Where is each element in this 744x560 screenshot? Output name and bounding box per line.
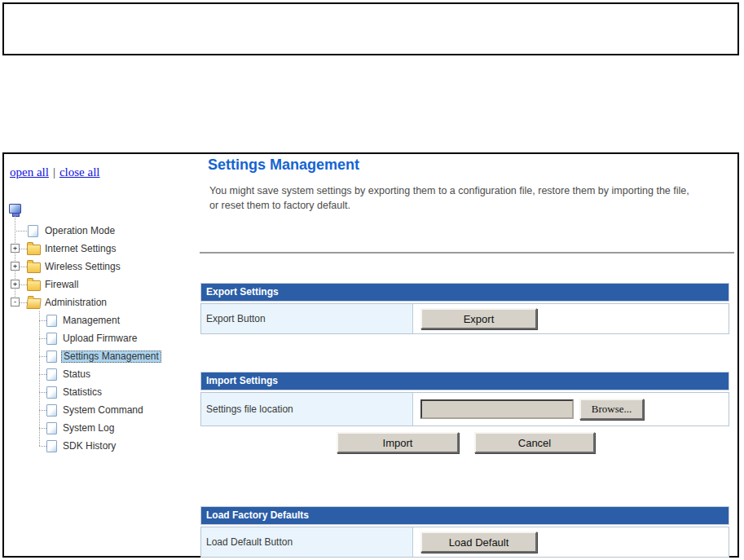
- open-all-link[interactable]: open all: [10, 165, 49, 179]
- navigation-tree: Operation Mode + Internet Settings + Wir…: [4, 204, 205, 465]
- export-settings-row: Export Button Export: [200, 303, 729, 334]
- page-icon: [28, 225, 38, 237]
- tree-item-internet-settings[interactable]: + Internet Settings: [4, 240, 205, 258]
- tree-item-label-selected: Settings Management: [61, 351, 161, 363]
- page-icon: [46, 368, 57, 381]
- load-defaults-row: Load Default Button Load Default: [200, 527, 729, 558]
- page-icon: [46, 351, 57, 363]
- tree-item-label: Firewall: [43, 279, 80, 291]
- tree-connector: [39, 410, 46, 411]
- tree-item-label: Management: [61, 315, 121, 327]
- page-icon: [46, 422, 57, 434]
- export-button[interactable]: Export: [420, 308, 537, 329]
- export-row-value: Export: [413, 304, 729, 333]
- tree-connector: [20, 284, 27, 285]
- page-icon: [46, 333, 57, 345]
- import-row-label: Settings file location: [201, 393, 413, 426]
- load-factory-defaults-header: Load Factory Defaults: [200, 506, 729, 525]
- tree-item-system-log[interactable]: System Log: [4, 419, 205, 437]
- tree-item-label: Operation Mode: [43, 225, 117, 237]
- tree-connector: [39, 356, 46, 357]
- page-icon: [46, 386, 57, 399]
- computer-stand: [12, 214, 20, 217]
- close-all-link[interactable]: close all: [59, 165, 100, 179]
- tree-connector: [15, 231, 27, 231]
- settings-file-input[interactable]: [420, 399, 574, 419]
- tree-item-label: Administration: [43, 297, 108, 309]
- tree-item-sdk-history[interactable]: SDK History: [4, 437, 205, 455]
- expand-icon[interactable]: +: [11, 262, 20, 271]
- tree-connector: [39, 392, 46, 393]
- import-row-value: Browse...: [413, 393, 729, 426]
- import-settings-header: Import Settings: [200, 372, 729, 390]
- import-actions: Import Cancel: [200, 432, 731, 453]
- page-icon: [46, 404, 57, 417]
- expand-icon[interactable]: +: [11, 244, 20, 253]
- tree-item-firewall[interactable]: + Firewall: [4, 276, 205, 293]
- folder-icon: [27, 262, 41, 273]
- load-default-button[interactable]: Load Default: [420, 531, 537, 553]
- tree-item-label: System Command: [61, 404, 145, 417]
- computer-icon: [9, 204, 22, 216]
- collapse-icon[interactable]: -: [11, 298, 20, 306]
- tree-item-system-command[interactable]: System Command: [4, 401, 205, 419]
- tree-item-label: Status: [61, 368, 92, 381]
- tree-item-statistics[interactable]: Statistics: [4, 383, 205, 401]
- link-separator: |: [53, 165, 55, 179]
- tree-item-label: Upload Firmware: [61, 333, 139, 345]
- tree-item-label: System Log: [61, 422, 116, 434]
- load-factory-defaults-section: Load Factory Defaults Load Default Butto…: [200, 506, 729, 558]
- tree-connector: [39, 428, 46, 429]
- tree-item-label: Statistics: [61, 386, 103, 399]
- tree-connector: [20, 267, 27, 267]
- export-settings-section: Export Settings Export Button Export: [200, 283, 729, 334]
- load-default-row-label: Load Default Button: [201, 527, 413, 557]
- divider: [200, 252, 734, 254]
- tree-connector: [39, 320, 46, 321]
- tree-item-label: Internet Settings: [43, 243, 117, 255]
- tree-controls: open all|close all: [10, 165, 100, 179]
- page-description: You might save system settings by export…: [209, 183, 698, 213]
- open-folder-icon: [26, 298, 41, 309]
- export-settings-header: Export Settings: [200, 283, 729, 302]
- tree-item-status[interactable]: Status: [4, 365, 205, 383]
- cancel-button[interactable]: Cancel: [474, 432, 595, 453]
- page-title: Settings Management: [208, 157, 359, 174]
- page-icon: [46, 315, 57, 327]
- tree-connector: [20, 302, 27, 303]
- tree-item-upload-firmware[interactable]: Upload Firmware: [4, 329, 205, 347]
- top-banner-box: [2, 2, 739, 55]
- tree-item-management[interactable]: Management: [4, 311, 205, 329]
- tree-connector: [39, 446, 46, 447]
- expand-icon[interactable]: +: [11, 280, 20, 289]
- import-settings-row: Settings file location Browse...: [200, 392, 729, 426]
- load-default-row-value: Load Default: [413, 527, 729, 557]
- import-settings-section: Import Settings Settings file location B…: [200, 372, 729, 426]
- tree-item-wireless-settings[interactable]: + Wireless Settings: [4, 258, 205, 276]
- folder-icon: [27, 245, 41, 255]
- tree-item-settings-management[interactable]: Settings Management: [4, 347, 205, 365]
- tree-item-label: SDK History: [61, 440, 117, 452]
- tree-rows: Operation Mode + Internet Settings + Wir…: [4, 222, 205, 455]
- tree-connector: [20, 249, 27, 249]
- main-panel: open all|close all Operation Mode +: [2, 152, 739, 558]
- tree-connector: [39, 338, 46, 339]
- tree-item-operation-mode[interactable]: Operation Mode: [4, 222, 205, 240]
- folder-icon: [27, 280, 41, 291]
- page-icon: [46, 440, 57, 452]
- tree-item-administration[interactable]: - Administration: [4, 293, 205, 311]
- export-row-label: Export Button: [201, 304, 413, 333]
- sidebar: open all|close all Operation Mode +: [4, 154, 205, 556]
- tree-item-label: Wireless Settings: [43, 261, 122, 273]
- tree-connector: [39, 374, 46, 375]
- content-panel: Settings Management You might save syste…: [200, 154, 737, 556]
- browse-button[interactable]: Browse...: [579, 399, 644, 420]
- computer-screen: [9, 204, 21, 214]
- import-button[interactable]: Import: [337, 432, 459, 453]
